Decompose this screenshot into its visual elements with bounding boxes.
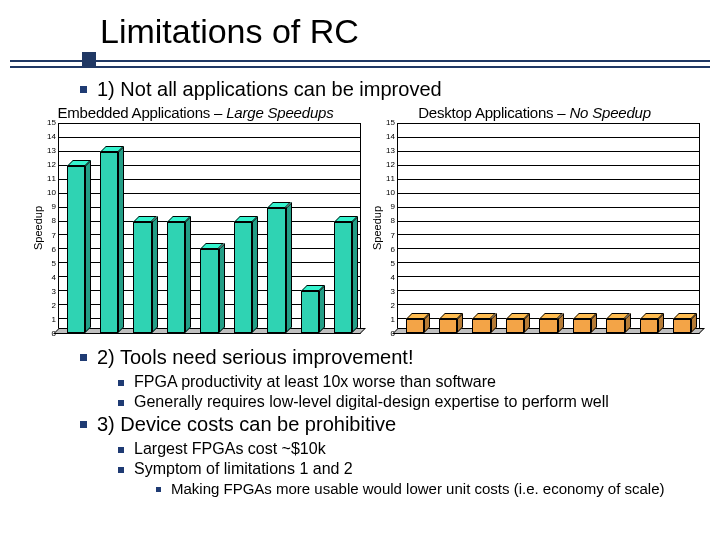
ytick: 2 [52,302,56,310]
ytick: 4 [391,274,395,282]
bar [606,319,624,333]
ytick: 11 [386,175,395,183]
gridline [398,207,699,208]
bullet-2b: Generally requires low-level digital-des… [118,393,700,411]
bar [301,291,319,333]
bullet-3a-text: Largest FPGAs cost ~$10k [134,440,326,458]
ytick: 13 [386,147,395,155]
chart-right-yaxis: 0123456789101112131415 [383,123,397,334]
bar-front [472,319,490,333]
bar-side [118,146,124,333]
ytick: 7 [391,232,395,240]
bullet-icon [80,421,87,428]
bar [100,152,118,333]
bar-front [301,291,319,333]
gridline [398,137,699,138]
chart-left: Embedded Applications – Large Speedups S… [30,104,361,334]
bar-side [319,285,325,333]
ytick: 11 [47,175,56,183]
gridline [398,151,699,152]
bar [506,319,524,333]
gridline [398,221,699,222]
ytick: 9 [391,203,395,211]
bar-side [252,216,258,333]
bar [67,166,85,333]
ytick: 8 [52,217,56,225]
bullet-icon [118,380,124,386]
gridline [398,248,699,249]
bar-front [539,319,557,333]
ytick: 1 [52,316,56,324]
bullet-3b: Symptom of limitations 1 and 2 [118,460,700,478]
chart-left-title-em: Large Speedups [226,104,333,121]
bullet-icon [118,467,124,473]
bar [133,222,151,333]
bar-side [152,216,158,333]
bullet-1: 1) Not all applications can be improved [80,78,680,101]
bar [673,319,691,333]
ytick: 5 [52,260,56,268]
bullet-2a: FPGA productivity at least 10x worse tha… [118,373,700,391]
gridline [398,304,699,305]
ytick: 1 [391,316,395,324]
ytick: 14 [386,133,395,141]
gridline [398,165,699,166]
ytick: 4 [52,274,56,282]
ytick: 2 [391,302,395,310]
chart-left-title: Embedded Applications – Large Speedups [30,104,361,121]
bar-front [234,222,252,333]
chart-left-yaxis: 0123456789101112131415 [44,123,58,334]
bullet-2a-text: FPGA productivity at least 10x worse tha… [134,373,496,391]
bar [439,319,457,333]
chart-right-title: Desktop Applications – No Speedup [369,104,700,121]
ytick: 7 [52,232,56,240]
bar-front [606,319,624,333]
bar [167,222,185,333]
ytick: 8 [391,217,395,225]
title-accent-icon [82,52,96,66]
gridline [398,179,699,180]
bar-front [334,222,352,333]
bar [573,319,591,333]
bullet-3b-i-text: Making FPGAs more usable would lower uni… [171,480,665,497]
bullet-1-wrap: 1) Not all applications can be improved [80,78,680,105]
bullet-3-text: 3) Device costs can be prohibitive [97,413,396,436]
bar [234,222,252,333]
page-title: Limitations of RC [100,12,359,51]
gridline [398,290,699,291]
bar-side [185,216,191,333]
lower-bullets: 2) Tools need serious improvement! FPGA … [80,346,700,499]
ytick: 10 [47,189,56,197]
bar-front [506,319,524,333]
ytick: 15 [47,119,56,127]
bullet-3: 3) Device costs can be prohibitive [80,413,700,436]
chart-right-area: Speedup 0123456789101112131415 [369,123,700,334]
chart-right: Desktop Applications – No Speedup Speedu… [369,104,700,334]
bar-front [406,319,424,333]
chart-right-title-em: No Speedup [569,104,650,121]
bar [472,319,490,333]
bar [640,319,658,333]
bar-front [673,319,691,333]
bar-front [200,249,218,333]
ytick: 15 [386,119,395,127]
bar [200,249,218,333]
chart-left-plot [58,123,361,334]
gridline [398,262,699,263]
bar-front [439,319,457,333]
gridline [398,276,699,277]
bar-front [67,166,85,333]
bar [539,319,557,333]
bullet-2: 2) Tools need serious improvement! [80,346,700,369]
title-underline [10,60,710,68]
bullet-icon [156,487,161,492]
ytick: 3 [52,288,56,296]
bullet-icon [118,447,124,453]
bullet-1-text: 1) Not all applications can be improved [97,78,442,101]
ytick: 13 [47,147,56,155]
bar-front [133,222,151,333]
bar [406,319,424,333]
bullet-2b-text: Generally requires low-level digital-des… [134,393,609,411]
bullet-3b-i: Making FPGAs more usable would lower uni… [156,480,700,497]
bar [334,222,352,333]
